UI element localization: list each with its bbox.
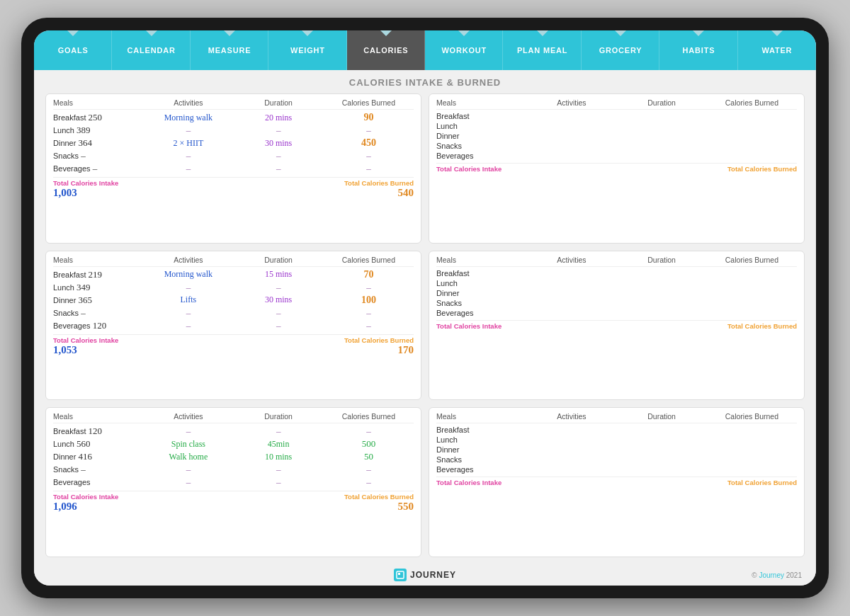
panel-2-footer: Total Calories Intake Total Calories Bur… <box>436 163 797 173</box>
row-dinner: Dinner <box>436 288 797 298</box>
row-breakfast: Breakfast 120 – – – <box>53 425 414 438</box>
nav-workout[interactable]: WORKOUT <box>425 30 503 70</box>
nav-calendar[interactable]: CALENDAR <box>112 30 190 70</box>
row-snacks: Snacks – – – – <box>53 463 414 476</box>
main-content: CALORIES INTAKE & BURNED Meals Activitie… <box>34 70 816 564</box>
row-lunch: Lunch <box>436 278 797 288</box>
panel-6: Meals Activities Duration Calories Burne… <box>429 407 805 557</box>
row-breakfast: Breakfast 250 Morning walk 20 mins 90 <box>53 111 414 124</box>
nav-calories[interactable]: CALORIES <box>347 30 425 70</box>
panel-1: Meals Activities Duration Calories Burne… <box>45 93 421 244</box>
panels-grid: Meals Activities Duration Calories Burne… <box>45 93 805 557</box>
intake-label: Total Calories Intake <box>53 179 234 187</box>
row-beverages: Beverages 120 – – – <box>53 319 414 332</box>
copyright: © Journey 2021 <box>752 571 802 579</box>
panel-5-header: Meals Activities Duration Calories Burne… <box>53 412 414 423</box>
nav-grocery[interactable]: GROCERY <box>582 30 659 70</box>
row-breakfast: Breakfast <box>436 425 797 435</box>
row-beverages: Beverages – – – <box>53 476 414 489</box>
nav-planmeal[interactable]: PLAN MEAL <box>503 30 581 70</box>
burned-label: Total Calories Burned <box>234 179 414 187</box>
row-lunch: Lunch <box>436 435 797 445</box>
row-dinner: Dinner <box>436 131 797 141</box>
burned-label: Total Calories Burned <box>617 165 798 173</box>
nav-goals[interactable]: GOALS <box>34 30 112 70</box>
navigation: GOALS CALENDAR MEASURE WEIGHT CALORIES W… <box>34 30 816 70</box>
burned-label: Total Calories Burned <box>617 479 798 486</box>
panel-4: Meals Activities Duration Calories Burne… <box>429 251 805 401</box>
row-dinner: Dinner <box>436 445 797 455</box>
nav-weight[interactable]: WEIGHT <box>268 30 346 70</box>
screen: GOALS CALENDAR MEASURE WEIGHT CALORIES W… <box>34 30 816 586</box>
panel-3-footer: Total Calories Intake 1,053 Total Calori… <box>53 334 414 356</box>
row-dinner: Dinner 365 Lifts 30 mins 100 <box>53 294 414 307</box>
intake-label: Total Calories Intake <box>436 479 617 486</box>
intake-value: 1,096 <box>53 501 234 513</box>
intake-label: Total Calories Intake <box>436 165 617 173</box>
panel-3: Meals Activities Duration Calories Burne… <box>45 251 421 401</box>
intake-label: Total Calories Intake <box>436 322 617 330</box>
row-beverages: Beverages <box>436 308 797 318</box>
panel-1-header: Meals Activities Duration Calories Burne… <box>53 98 414 110</box>
journey-logo: JOURNEY <box>394 569 456 581</box>
burned-value: 170 <box>234 344 414 356</box>
burned-label: Total Calories Burned <box>617 322 798 330</box>
row-lunch: Lunch 349 – – – <box>53 281 414 294</box>
burned-label: Total Calories Burned <box>234 336 414 344</box>
nav-habits[interactable]: HABITS <box>659 30 737 70</box>
panel-5-footer: Total Calories Intake 1,096 Total Calori… <box>53 491 414 513</box>
nav-water[interactable]: WATER <box>738 30 816 70</box>
row-snacks: Snacks – – – – <box>53 307 414 319</box>
row-beverages: Beverages – – – – <box>53 162 414 175</box>
bottom-bar: JOURNEY © Journey 2021 <box>34 564 816 586</box>
nav-measure[interactable]: MEASURE <box>191 30 268 70</box>
row-breakfast: Breakfast <box>436 111 797 121</box>
row-snacks: Snacks <box>436 141 797 151</box>
panel-5: Meals Activities Duration Calories Burne… <box>45 407 421 557</box>
row-breakfast: Breakfast 219 Morning walk 15 mins 70 <box>53 268 414 281</box>
row-snacks: Snacks – – – – <box>53 149 414 162</box>
panel-1-footer: Total Calories Intake 1,003 Total Calori… <box>53 177 414 199</box>
intake-label: Total Calories Intake <box>53 336 234 344</box>
intake-value: 1,053 <box>53 344 234 356</box>
panel-6-footer: Total Calories Intake Total Calories Bur… <box>436 477 797 486</box>
row-dinner: Dinner 416 Walk home 10 mins 50 <box>53 450 414 463</box>
row-breakfast: Breakfast <box>436 268 797 278</box>
device-frame: GOALS CALENDAR MEASURE WEIGHT CALORIES W… <box>21 18 829 598</box>
row-beverages: Beverages <box>436 151 797 161</box>
row-lunch: Lunch 560 Spin class 45min 500 <box>53 438 414 450</box>
panel-6-header: Meals Activities Duration Calories Burne… <box>436 412 797 423</box>
svg-rect-1 <box>398 573 400 575</box>
panel-4-footer: Total Calories Intake Total Calories Bur… <box>436 320 797 330</box>
row-lunch: Lunch 389 – – – <box>53 124 414 137</box>
burned-value: 540 <box>234 187 414 199</box>
row-lunch: Lunch <box>436 121 797 131</box>
panel-4-header: Meals Activities Duration Calories Burne… <box>436 256 797 267</box>
burned-label: Total Calories Burned <box>234 493 414 501</box>
panel-2: Meals Activities Duration Calories Burne… <box>429 93 805 244</box>
row-beverages: Beverages <box>436 464 797 474</box>
intake-label: Total Calories Intake <box>53 493 234 501</box>
intake-value: 1,003 <box>53 187 234 199</box>
burned-value: 550 <box>234 501 414 513</box>
row-dinner: Dinner 364 2 × HIIT 30 mins 450 <box>53 137 414 149</box>
panel-2-header: Meals Activities Duration Calories Burne… <box>436 98 797 110</box>
row-snacks: Snacks <box>436 298 797 308</box>
row-snacks: Snacks <box>436 455 797 464</box>
page-title: CALORIES INTAKE & BURNED <box>45 77 805 88</box>
panel-3-header: Meals Activities Duration Calories Burne… <box>53 256 414 267</box>
journey-icon <box>394 569 407 581</box>
